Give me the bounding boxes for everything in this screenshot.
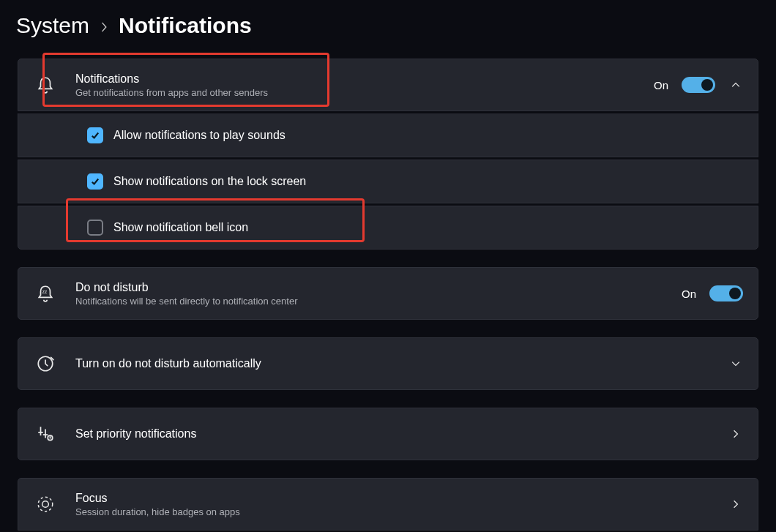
notifications-sub-sounds[interactable]: Allow notifications to play sounds [18,113,758,157]
dnd-auto-row[interactable]: Turn on do not disturb automatically [18,337,758,390]
svg-point-3 [38,497,53,512]
notifications-sub-lockscreen[interactable]: Show notifications on the lock screen [18,160,758,203]
priority-icon [30,419,61,449]
priority-title: Set priority notifications [75,427,714,441]
priority-row[interactable]: Set priority notifications [18,408,758,460]
checkbox-bell-label: Show notification bell icon [113,221,248,234]
checkbox-lockscreen-label: Show notifications on the lock screen [113,175,306,188]
dnd-state-label: On [682,288,696,300]
chevron-right-icon[interactable] [728,497,743,512]
breadcrumb: System Notifications [15,13,761,38]
dnd-title: Do not disturb [75,281,667,294]
dnd-icon: zz [30,278,61,309]
notifications-subtitle: Get notifications from apps and other se… [75,87,639,98]
checkbox-bell[interactable] [87,220,103,236]
notifications-sub-bell[interactable]: Show notification bell icon [18,206,758,250]
notifications-state-label: On [654,79,668,91]
bell-icon [30,70,61,100]
chevron-down-icon[interactable] [728,356,743,371]
notifications-title: Notifications [75,72,639,86]
chevron-up-icon[interactable] [728,78,743,92]
clock-icon [30,348,61,379]
focus-icon [30,489,61,520]
checkbox-lockscreen[interactable] [87,173,103,190]
chevron-right-icon [100,15,108,37]
dnd-toggle[interactable] [709,285,743,301]
svg-point-4 [42,501,49,508]
notifications-row[interactable]: Notifications Get notifications from app… [18,59,758,111]
checkbox-sounds-label: Allow notifications to play sounds [113,129,286,142]
breadcrumb-root[interactable]: System [16,13,89,38]
dnd-row[interactable]: zz Do not disturb Notifications will be … [18,267,758,320]
focus-subtitle: Session duration, hide badges on apps [75,506,714,517]
checkbox-sounds[interactable] [87,127,103,143]
focus-title: Focus [75,492,714,505]
chevron-right-icon[interactable] [728,427,743,441]
notifications-toggle[interactable] [682,77,715,93]
dnd-subtitle: Notifications will be sent directly to n… [75,296,667,307]
focus-row[interactable]: Focus Session duration, hide badges on a… [18,478,758,531]
svg-text:zz: zz [42,289,48,294]
dnd-auto-title: Turn on do not disturb automatically [75,357,714,370]
breadcrumb-current: Notifications [119,13,252,38]
